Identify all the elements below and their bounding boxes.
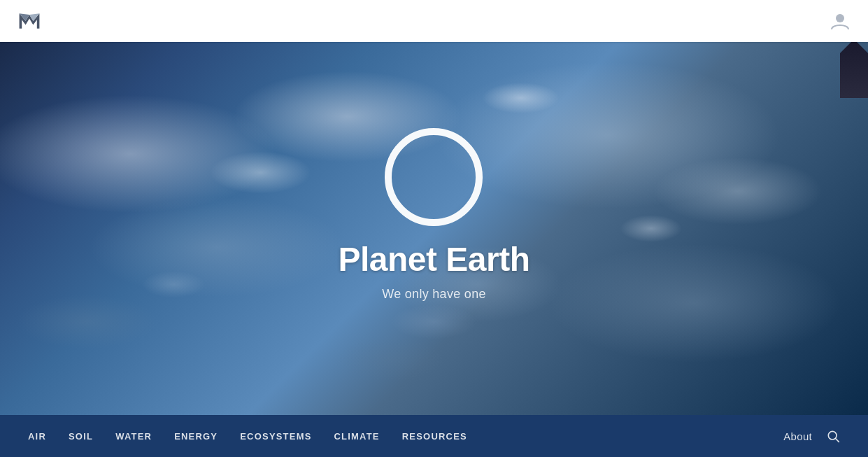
svg-line-5: [836, 439, 839, 442]
header: [0, 0, 868, 42]
hero-circle-icon: [385, 128, 483, 226]
nav-items: AIR SOIL WATER ENERGY ECOSYSTEMS CLIMATE…: [28, 428, 783, 444]
svg-point-3: [836, 14, 844, 22]
nav-item-energy[interactable]: ENERGY: [174, 428, 218, 444]
hero-subtitle: We only have one: [382, 287, 486, 302]
nav-item-air[interactable]: AIR: [28, 428, 46, 444]
user-menu[interactable]: [829, 10, 851, 32]
satellite-decoration: [840, 42, 868, 98]
search-icon[interactable]: [826, 429, 840, 443]
nav-item-resources[interactable]: RESOURCES: [402, 428, 467, 444]
nav-item-climate[interactable]: CLIMATE: [334, 428, 380, 444]
logo[interactable]: [17, 8, 42, 34]
hero-section: Planet Earth We only have one: [0, 42, 868, 415]
nav-item-ecosystems[interactable]: ECOSYSTEMS: [240, 428, 311, 444]
hero-title: Planet Earth: [338, 240, 529, 279]
hero-content: Planet Earth We only have one: [338, 128, 529, 302]
about-link[interactable]: About: [783, 430, 812, 442]
nav-item-soil[interactable]: SOIL: [69, 428, 93, 444]
bottom-nav: AIR SOIL WATER ENERGY ECOSYSTEMS CLIMATE…: [0, 415, 868, 457]
nav-item-water[interactable]: WATER: [115, 428, 152, 444]
nav-right: About: [783, 429, 840, 443]
